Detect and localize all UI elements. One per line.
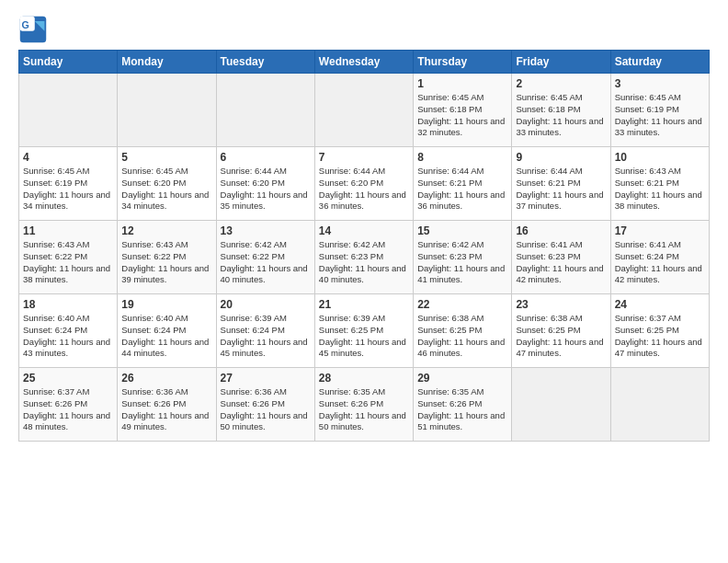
day-info: Sunrise: 6:42 AM Sunset: 6:23 PM Dayligh… [319, 239, 409, 286]
day-info: Sunrise: 6:39 AM Sunset: 6:24 PM Dayligh… [221, 313, 311, 360]
calendar-cell: 1Sunrise: 6:45 AM Sunset: 6:18 PM Daylig… [414, 74, 512, 147]
calendar-cell: 7Sunrise: 6:44 AM Sunset: 6:20 PM Daylig… [314, 147, 413, 221]
calendar-cell: 2Sunrise: 6:45 AM Sunset: 6:18 PM Daylig… [512, 74, 610, 147]
day-info: Sunrise: 6:35 AM Sunset: 6:26 PM Dayligh… [417, 386, 507, 433]
day-number: 25 [23, 372, 113, 385]
day-info: Sunrise: 6:42 AM Sunset: 6:22 PM Dayligh… [221, 239, 311, 286]
day-info: Sunrise: 6:37 AM Sunset: 6:25 PM Dayligh… [615, 313, 705, 360]
day-info: Sunrise: 6:39 AM Sunset: 6:25 PM Dayligh… [319, 313, 409, 360]
calendar-cell [19, 74, 118, 147]
calendar-cell: 10Sunrise: 6:43 AM Sunset: 6:21 PM Dayli… [610, 147, 709, 221]
col-header-saturday: Saturday [610, 51, 709, 74]
calendar-cell: 3Sunrise: 6:45 AM Sunset: 6:19 PM Daylig… [610, 74, 709, 147]
calendar-cell: 23Sunrise: 6:38 AM Sunset: 6:25 PM Dayli… [512, 294, 610, 368]
calendar-week-5: 25Sunrise: 6:37 AM Sunset: 6:26 PM Dayli… [19, 368, 710, 442]
day-number: 18 [23, 298, 113, 311]
day-number: 21 [319, 298, 409, 311]
day-info: Sunrise: 6:45 AM Sunset: 6:20 PM Dayligh… [121, 166, 211, 213]
day-info: Sunrise: 6:45 AM Sunset: 6:18 PM Dayligh… [417, 92, 507, 139]
calendar-cell [216, 74, 314, 147]
day-number: 23 [516, 298, 606, 311]
day-number: 16 [516, 224, 606, 237]
day-number: 9 [516, 151, 606, 164]
day-info: Sunrise: 6:45 AM Sunset: 6:18 PM Dayligh… [516, 92, 606, 139]
day-number: 10 [615, 151, 705, 164]
logo: G [18, 15, 51, 44]
calendar-header-row: SundayMondayTuesdayWednesdayThursdayFrid… [19, 51, 710, 74]
col-header-monday: Monday [118, 51, 216, 74]
calendar-cell: 29Sunrise: 6:35 AM Sunset: 6:26 PM Dayli… [414, 368, 512, 442]
calendar-cell: 12Sunrise: 6:43 AM Sunset: 6:22 PM Dayli… [118, 221, 216, 294]
calendar-cell: 17Sunrise: 6:41 AM Sunset: 6:24 PM Dayli… [610, 221, 709, 294]
day-info: Sunrise: 6:43 AM Sunset: 6:22 PM Dayligh… [121, 239, 211, 286]
header: G [18, 15, 710, 44]
calendar-cell: 11Sunrise: 6:43 AM Sunset: 6:22 PM Dayli… [19, 221, 118, 294]
calendar-cell: 4Sunrise: 6:45 AM Sunset: 6:19 PM Daylig… [19, 147, 118, 221]
calendar-cell: 6Sunrise: 6:44 AM Sunset: 6:20 PM Daylig… [216, 147, 314, 221]
calendar-cell [610, 368, 709, 442]
calendar-cell [314, 74, 413, 147]
calendar-cell: 9Sunrise: 6:44 AM Sunset: 6:21 PM Daylig… [512, 147, 610, 221]
day-number: 22 [417, 298, 507, 311]
day-number: 28 [319, 372, 409, 385]
col-header-tuesday: Tuesday [216, 51, 314, 74]
calendar-cell: 27Sunrise: 6:36 AM Sunset: 6:26 PM Dayli… [216, 368, 314, 442]
day-info: Sunrise: 6:44 AM Sunset: 6:20 PM Dayligh… [319, 166, 409, 213]
day-info: Sunrise: 6:35 AM Sunset: 6:26 PM Dayligh… [319, 386, 409, 433]
day-info: Sunrise: 6:44 AM Sunset: 6:20 PM Dayligh… [221, 166, 311, 213]
calendar-cell: 18Sunrise: 6:40 AM Sunset: 6:24 PM Dayli… [19, 294, 118, 368]
day-info: Sunrise: 6:36 AM Sunset: 6:26 PM Dayligh… [221, 386, 311, 433]
day-info: Sunrise: 6:44 AM Sunset: 6:21 PM Dayligh… [516, 166, 606, 213]
day-info: Sunrise: 6:37 AM Sunset: 6:26 PM Dayligh… [23, 386, 113, 433]
day-info: Sunrise: 6:41 AM Sunset: 6:24 PM Dayligh… [615, 239, 705, 286]
calendar-table: SundayMondayTuesdayWednesdayThursdayFrid… [18, 50, 710, 442]
logo-icon: G [18, 15, 48, 44]
day-number: 3 [615, 77, 705, 90]
day-info: Sunrise: 6:44 AM Sunset: 6:21 PM Dayligh… [417, 166, 507, 213]
day-info: Sunrise: 6:36 AM Sunset: 6:26 PM Dayligh… [121, 386, 211, 433]
calendar-cell: 5Sunrise: 6:45 AM Sunset: 6:20 PM Daylig… [118, 147, 216, 221]
calendar-cell: 22Sunrise: 6:38 AM Sunset: 6:25 PM Dayli… [414, 294, 512, 368]
day-number: 24 [615, 298, 705, 311]
calendar-week-4: 18Sunrise: 6:40 AM Sunset: 6:24 PM Dayli… [19, 294, 710, 368]
day-number: 17 [615, 224, 705, 237]
day-info: Sunrise: 6:45 AM Sunset: 6:19 PM Dayligh… [23, 166, 113, 213]
col-header-friday: Friday [512, 51, 610, 74]
day-number: 19 [121, 298, 211, 311]
day-info: Sunrise: 6:42 AM Sunset: 6:23 PM Dayligh… [417, 239, 507, 286]
calendar-cell: 13Sunrise: 6:42 AM Sunset: 6:22 PM Dayli… [216, 221, 314, 294]
calendar-cell: 14Sunrise: 6:42 AM Sunset: 6:23 PM Dayli… [314, 221, 413, 294]
calendar-cell [118, 74, 216, 147]
calendar-cell: 15Sunrise: 6:42 AM Sunset: 6:23 PM Dayli… [414, 221, 512, 294]
day-info: Sunrise: 6:40 AM Sunset: 6:24 PM Dayligh… [23, 313, 113, 360]
day-number: 11 [23, 224, 113, 237]
day-number: 26 [121, 372, 211, 385]
day-info: Sunrise: 6:43 AM Sunset: 6:21 PM Dayligh… [615, 166, 705, 213]
day-info: Sunrise: 6:40 AM Sunset: 6:24 PM Dayligh… [121, 313, 211, 360]
day-number: 5 [121, 151, 211, 164]
day-info: Sunrise: 6:43 AM Sunset: 6:22 PM Dayligh… [23, 239, 113, 286]
day-number: 12 [121, 224, 211, 237]
day-number: 29 [417, 372, 507, 385]
day-info: Sunrise: 6:38 AM Sunset: 6:25 PM Dayligh… [417, 313, 507, 360]
col-header-thursday: Thursday [414, 51, 512, 74]
calendar-week-1: 1Sunrise: 6:45 AM Sunset: 6:18 PM Daylig… [19, 74, 710, 147]
day-number: 1 [417, 77, 507, 90]
calendar-cell: 19Sunrise: 6:40 AM Sunset: 6:24 PM Dayli… [118, 294, 216, 368]
page: G SundayMondayTuesdayWednesdayThursdayFr… [0, 0, 728, 563]
col-header-sunday: Sunday [19, 51, 118, 74]
day-info: Sunrise: 6:45 AM Sunset: 6:19 PM Dayligh… [615, 92, 705, 139]
day-info: Sunrise: 6:38 AM Sunset: 6:25 PM Dayligh… [516, 313, 606, 360]
calendar-cell: 25Sunrise: 6:37 AM Sunset: 6:26 PM Dayli… [19, 368, 118, 442]
calendar-week-3: 11Sunrise: 6:43 AM Sunset: 6:22 PM Dayli… [19, 221, 710, 294]
day-number: 27 [221, 372, 311, 385]
calendar-cell: 8Sunrise: 6:44 AM Sunset: 6:21 PM Daylig… [414, 147, 512, 221]
calendar-week-2: 4Sunrise: 6:45 AM Sunset: 6:19 PM Daylig… [19, 147, 710, 221]
day-info: Sunrise: 6:41 AM Sunset: 6:23 PM Dayligh… [516, 239, 606, 286]
calendar-cell: 21Sunrise: 6:39 AM Sunset: 6:25 PM Dayli… [314, 294, 413, 368]
svg-text:G: G [22, 19, 29, 30]
day-number: 2 [516, 77, 606, 90]
calendar-cell [512, 368, 610, 442]
day-number: 14 [319, 224, 409, 237]
col-header-wednesday: Wednesday [314, 51, 413, 74]
